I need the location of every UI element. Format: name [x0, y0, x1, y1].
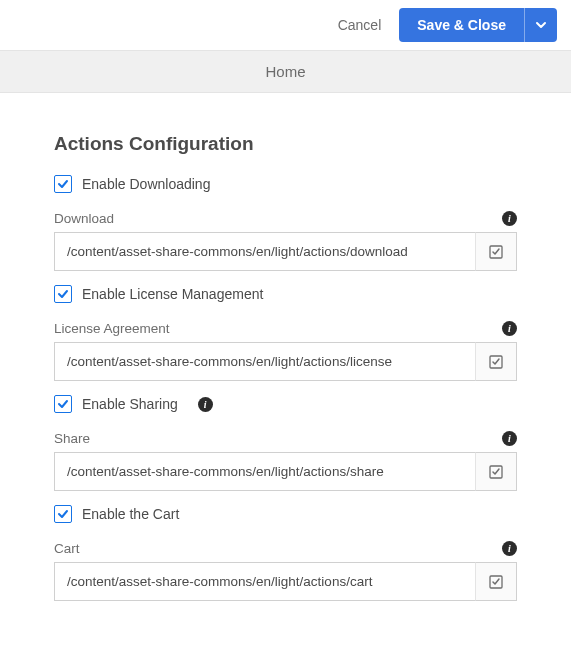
share-field-label: Share	[54, 431, 90, 446]
enable-sharing-label: Enable Sharing	[82, 396, 178, 412]
download-group: Enable Downloading Download i	[54, 175, 517, 271]
check-icon	[57, 288, 69, 300]
picker-icon	[488, 354, 504, 370]
section-title: Actions Configuration	[54, 133, 517, 155]
enable-sharing-checkbox[interactable]	[54, 395, 72, 413]
license-input[interactable]	[54, 342, 475, 381]
info-icon[interactable]: i	[502, 211, 517, 226]
toolbar: Cancel Save & Close	[0, 0, 571, 50]
license-picker-button[interactable]	[475, 342, 517, 381]
enable-downloading-checkbox[interactable]	[54, 175, 72, 193]
enable-cart-label: Enable the Cart	[82, 506, 179, 522]
save-button-group: Save & Close	[399, 8, 557, 42]
license-field-label: License Agreement	[54, 321, 170, 336]
content: Actions Configuration Enable Downloading…	[0, 93, 571, 629]
download-picker-button[interactable]	[475, 232, 517, 271]
enable-license-checkbox[interactable]	[54, 285, 72, 303]
picker-icon	[488, 464, 504, 480]
check-icon	[57, 398, 69, 410]
enable-cart-checkbox[interactable]	[54, 505, 72, 523]
check-icon	[57, 508, 69, 520]
share-picker-button[interactable]	[475, 452, 517, 491]
breadcrumb: Home	[0, 50, 571, 93]
info-icon[interactable]: i	[502, 541, 517, 556]
enable-downloading-label: Enable Downloading	[82, 176, 210, 192]
info-icon[interactable]: i	[502, 321, 517, 336]
picker-icon	[488, 244, 504, 260]
download-field-label: Download	[54, 211, 114, 226]
breadcrumb-title: Home	[265, 63, 305, 80]
picker-icon	[488, 574, 504, 590]
enable-license-label: Enable License Management	[82, 286, 263, 302]
cart-picker-button[interactable]	[475, 562, 517, 601]
info-icon[interactable]: i	[502, 431, 517, 446]
share-input[interactable]	[54, 452, 475, 491]
save-dropdown-button[interactable]	[524, 8, 557, 42]
cart-group: Enable the Cart Cart i	[54, 505, 517, 601]
cancel-button[interactable]: Cancel	[334, 11, 386, 39]
share-group: Enable Sharing i Share i	[54, 395, 517, 491]
info-icon[interactable]: i	[198, 397, 213, 412]
check-icon	[57, 178, 69, 190]
cart-field-label: Cart	[54, 541, 80, 556]
cart-input[interactable]	[54, 562, 475, 601]
license-group: Enable License Management License Agreem…	[54, 285, 517, 381]
save-close-button[interactable]: Save & Close	[399, 8, 524, 42]
download-input[interactable]	[54, 232, 475, 271]
chevron-down-icon	[535, 19, 547, 31]
